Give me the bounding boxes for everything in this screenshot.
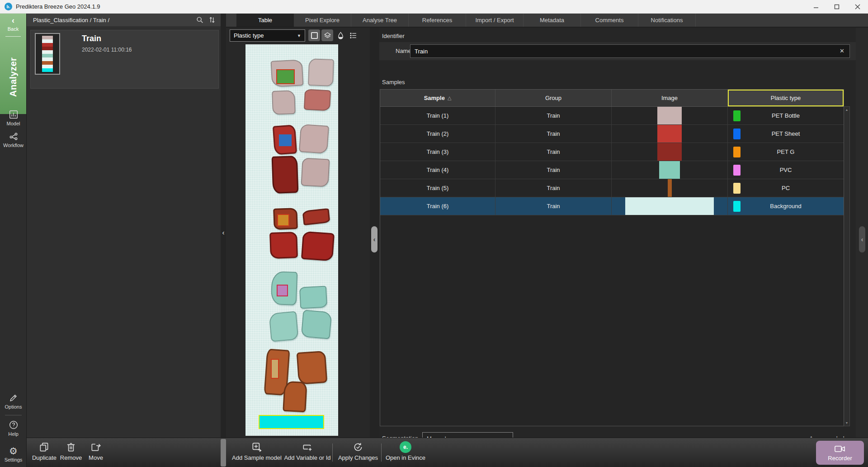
- cell-sample: Train (5): [380, 179, 495, 197]
- overlay-class-dropdown[interactable]: Plastic type ▼: [230, 29, 305, 42]
- layers-button[interactable]: [321, 29, 333, 41]
- remove-button[interactable]: Remove: [58, 441, 84, 461]
- scroll-down-icon[interactable]: ▼: [844, 421, 849, 424]
- table-row[interactable]: Train (1) Train PET Bottle: [380, 107, 844, 125]
- sample-image-strip[interactable]: [245, 44, 338, 436]
- bottom-toolbar: Duplicate Remove Move Add Sample model: [27, 438, 868, 467]
- tab-import-export[interactable]: Import / Export: [466, 14, 524, 27]
- list-view-button[interactable]: [347, 29, 359, 41]
- duplicate-icon: [38, 441, 50, 453]
- sample-image-thumb: [625, 197, 714, 215]
- back-button[interactable]: ‹ Back: [0, 14, 26, 37]
- tab-pixel-explore[interactable]: Pixel Explore: [294, 14, 351, 27]
- back-divider: [5, 36, 21, 37]
- sample-image-thumb: [668, 179, 672, 197]
- tab-comments[interactable]: Comments: [581, 14, 638, 27]
- sidebar-item-model[interactable]: Model: [0, 110, 27, 126]
- cell-group: Train: [495, 179, 612, 197]
- search-icon[interactable]: [196, 16, 204, 24]
- open-in-evince-button[interactable]: e. Open in Evince: [378, 441, 433, 461]
- name-row: Name ✕: [379, 42, 856, 60]
- maximize-button[interactable]: [826, 0, 847, 13]
- model-icon: [9, 110, 19, 119]
- rectangle-icon: [311, 32, 318, 39]
- dataset-list-item[interactable]: Train 2022-02-01 11:00:16: [30, 30, 219, 89]
- cell-image: [612, 143, 728, 161]
- apply-changes-button[interactable]: Apply Changes: [331, 441, 385, 461]
- trash-icon: [65, 441, 77, 453]
- column-header-image[interactable]: Image: [612, 90, 728, 106]
- column-header-plastic-type-label: Plastic type: [771, 95, 801, 101]
- cell-plastic-type: PVC: [728, 161, 844, 179]
- plastic-type-swatch: [733, 110, 741, 121]
- panel-splitter-right[interactable]: ‹: [856, 28, 868, 438]
- dataset-thumbnail: [35, 33, 60, 75]
- chevron-down-icon: ▼: [297, 33, 301, 38]
- cell-image: [612, 125, 728, 143]
- column-header-sample[interactable]: Sample △: [380, 90, 495, 106]
- panel-splitter-middle[interactable]: ‹: [370, 28, 379, 438]
- app-icon: b.: [5, 3, 12, 10]
- tab-metadata[interactable]: Metadata: [524, 14, 581, 27]
- image-viewer-panel: Plastic type ▼: [226, 28, 370, 438]
- clear-name-icon[interactable]: ✕: [840, 48, 844, 54]
- collapse-middle-handle[interactable]: ‹: [371, 226, 377, 253]
- add-variable-button[interactable]: Add Variable or Id: [278, 441, 337, 461]
- window-titlebar: b. Prediktera Breeze Geo 2024.1.9: [0, 0, 868, 14]
- sidebar-item-workflow[interactable]: Workflow: [0, 131, 27, 148]
- tab-references[interactable]: References: [409, 14, 466, 27]
- duplicate-button[interactable]: Duplicate: [31, 441, 57, 461]
- sidebar: ‹ Back Analyzer Model Workflow Opti: [0, 14, 27, 467]
- plastic-piece: [299, 124, 329, 154]
- collapse-left-chevron-icon[interactable]: ‹: [221, 229, 226, 236]
- sidebar-item-analyzer[interactable]: Analyzer: [0, 41, 27, 113]
- sidebar-item-help[interactable]: Help: [0, 420, 27, 437]
- tab-analyse-tree[interactable]: Analyse Tree: [351, 14, 409, 27]
- cell-sample: Train (1): [380, 107, 495, 124]
- plastic-piece: [272, 156, 299, 194]
- close-icon: [855, 4, 860, 10]
- video-camera-icon: [834, 444, 846, 454]
- collapse-right-handle[interactable]: ‹: [859, 226, 865, 253]
- table-row[interactable]: Train (3) Train PET G: [380, 143, 844, 161]
- tab-table[interactable]: Table: [236, 14, 294, 27]
- add-sample-model-button[interactable]: Add Sample model: [227, 441, 286, 461]
- cell-sample: Train (6): [380, 197, 495, 215]
- tab-notifications[interactable]: Notifications: [638, 14, 696, 27]
- table-row[interactable]: Train (4) Train PVC: [380, 161, 844, 179]
- main-tabbar: TablePixel ExploreAnalyse TreeReferences…: [226, 14, 868, 28]
- plastic-piece: [269, 232, 298, 259]
- layers-icon: [323, 31, 332, 40]
- recorder-label: Recorder: [828, 455, 852, 462]
- plastic-piece: [304, 89, 331, 111]
- scroll-up-icon[interactable]: ▲: [844, 108, 849, 111]
- panel-splitter-left[interactable]: ‹: [221, 14, 226, 438]
- recorder-button[interactable]: Recorder: [816, 441, 864, 465]
- sort-icon[interactable]: [208, 16, 216, 24]
- move-button[interactable]: Move: [85, 441, 107, 461]
- table-scrollbar[interactable]: ▲ ▼: [844, 106, 850, 426]
- rectangle-select-button[interactable]: [308, 29, 320, 41]
- app-icon-letter: b.: [7, 5, 10, 9]
- name-input[interactable]: [410, 44, 850, 58]
- close-button[interactable]: [847, 0, 868, 13]
- overlay-dropdown-value: Plastic type: [234, 32, 264, 39]
- sidebar-item-options[interactable]: Options: [0, 393, 27, 410]
- table-row[interactable]: Train (5) Train PC: [380, 179, 844, 197]
- column-header-plastic-type[interactable]: Plastic type: [728, 90, 844, 106]
- column-header-group[interactable]: Group: [495, 90, 612, 106]
- list-icon: [349, 31, 358, 40]
- workflow-icon: [9, 131, 19, 141]
- cell-sample: Train (4): [380, 161, 495, 179]
- plastic-piece: [283, 381, 307, 413]
- table-row[interactable]: Train (2) Train PET Sheet: [380, 125, 844, 143]
- sidebar-item-settings[interactable]: ⚙ Settings: [0, 446, 27, 462]
- minimize-button[interactable]: [806, 0, 826, 13]
- cell-plastic-type: PET Sheet: [728, 125, 844, 143]
- breadcrumb[interactable]: Plastic_Classification / Train /: [33, 17, 109, 24]
- open-in-evince-label: Open in Evince: [386, 454, 425, 461]
- table-row[interactable]: Train (6) Train Background: [380, 197, 844, 215]
- plastic-type-swatch: [733, 129, 741, 139]
- droplet-button[interactable]: [335, 29, 346, 41]
- class-overlay-background: [259, 415, 324, 429]
